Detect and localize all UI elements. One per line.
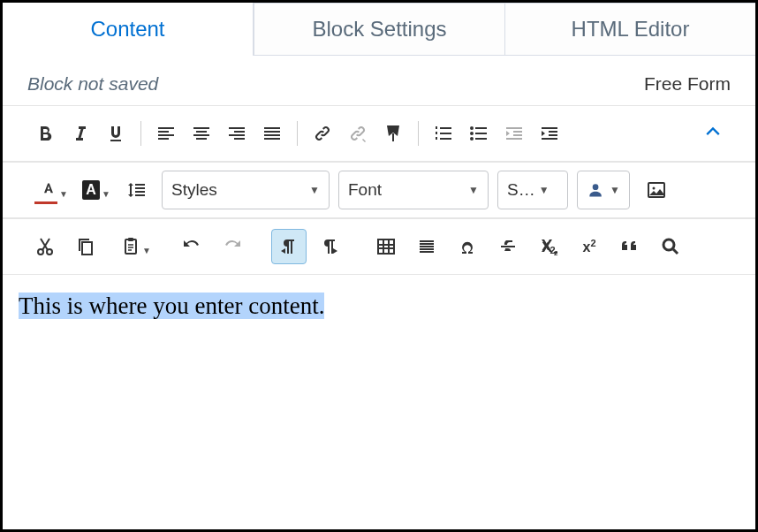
dropdown-caret-icon: ▼ (142, 246, 151, 255)
dropdown-caret-icon: ▼ (102, 189, 110, 199)
align-left-button[interactable] (148, 116, 184, 151)
toolbar-row-2: ▼ A ▼ Styles ▼ Font ▼ S… ▼ ▼ (3, 162, 755, 218)
separator (140, 121, 141, 146)
align-center-button[interactable] (184, 116, 219, 151)
dropdown-label: Styles (171, 180, 217, 200)
block-save-status: Block not saved (27, 73, 158, 95)
font-size-dropdown[interactable]: S… ▼ (497, 171, 568, 209)
undo-button[interactable] (174, 229, 209, 264)
copy-button[interactable] (68, 229, 103, 264)
content-editor[interactable]: This is where you enter content. (3, 275, 755, 529)
indent-button[interactable] (532, 116, 567, 151)
anchor-button[interactable] (375, 116, 411, 151)
dropdown-label: Font (348, 180, 382, 200)
editor-window: Content Block Settings HTML Editor Block… (0, 0, 758, 532)
dropdown-caret-icon: ▼ (468, 184, 479, 196)
toolbar-row-3: ▼ 2x2 x2 (3, 218, 755, 275)
blockquote-button[interactable] (612, 229, 648, 264)
collapse-toolbar-icon[interactable] (695, 119, 731, 148)
strikethrough-button[interactable] (490, 229, 526, 264)
paste-button[interactable]: ▼ (109, 229, 153, 264)
toolbar-row-1 (3, 105, 755, 162)
line-height-button[interactable] (112, 172, 162, 208)
align-justify-button[interactable] (254, 116, 290, 151)
horizontal-rule-button[interactable] (409, 229, 444, 264)
svg-point-14 (663, 239, 674, 250)
paragraph-style-dropdown[interactable]: Styles ▼ (162, 171, 330, 209)
status-row: Block not saved Free Form (3, 56, 755, 105)
italic-button[interactable] (63, 116, 98, 151)
svg-point-4 (593, 184, 599, 190)
ltr-direction-button[interactable] (271, 229, 307, 264)
svg-point-1 (470, 126, 474, 130)
insert-image-button[interactable] (639, 172, 674, 208)
tab-content[interactable]: Content (3, 3, 254, 56)
svg-rect-0 (392, 133, 394, 141)
svg-point-6 (653, 187, 656, 190)
align-right-button[interactable] (219, 116, 254, 151)
svg-point-3 (470, 137, 474, 141)
unlink-button[interactable] (340, 116, 375, 151)
background-color-button[interactable]: A ▼ (70, 172, 112, 208)
svg-rect-10 (125, 239, 136, 254)
layout-mode-label: Free Form (644, 73, 731, 95)
separator (297, 121, 298, 146)
numbered-list-button[interactable] (426, 116, 461, 151)
link-button[interactable] (305, 116, 340, 151)
editor-text[interactable]: This is where you enter content. (19, 293, 324, 319)
underline-button[interactable] (98, 116, 133, 151)
personalization-dropdown[interactable]: ▼ (577, 171, 630, 209)
dropdown-label: S… (507, 180, 535, 200)
font-family-dropdown[interactable]: Font ▼ (338, 171, 489, 209)
tab-bar: Content Block Settings HTML Editor (3, 3, 755, 56)
text-color-button[interactable]: ▼ (27, 172, 70, 208)
svg-rect-9 (82, 242, 92, 255)
tab-html-editor[interactable]: HTML Editor (504, 3, 755, 56)
superscript-button[interactable]: x2 (572, 229, 607, 264)
find-button[interactable] (653, 229, 688, 264)
cut-button[interactable] (27, 229, 63, 264)
outdent-button[interactable] (496, 116, 532, 151)
rtl-direction-button[interactable] (312, 229, 347, 264)
separator (418, 121, 419, 146)
tab-block-settings[interactable]: Block Settings (254, 3, 504, 56)
insert-table-button[interactable] (368, 229, 404, 264)
dropdown-caret-icon: ▼ (309, 184, 320, 196)
dropdown-caret-icon: ▼ (610, 184, 620, 196)
dropdown-caret-icon: ▼ (539, 184, 550, 196)
svg-point-2 (470, 132, 474, 135)
redo-button[interactable] (215, 229, 250, 264)
bold-button[interactable] (27, 116, 63, 151)
bullet-list-button[interactable] (461, 116, 496, 151)
svg-rect-12 (378, 239, 394, 254)
subscript-button[interactable]: 2x2 (531, 229, 566, 264)
svg-rect-11 (128, 238, 133, 241)
dropdown-caret-icon: ▼ (59, 189, 68, 199)
special-character-button[interactable] (450, 229, 485, 264)
